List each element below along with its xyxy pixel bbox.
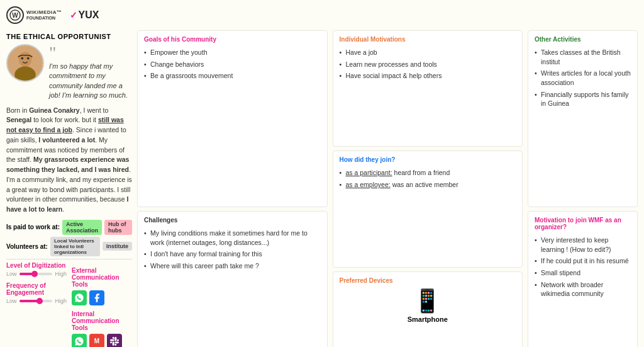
motivations-title: Individual Motivations: [340, 36, 516, 43]
main-content: THE ETHICAL OPPORTUNIST " I'm so: [6, 30, 638, 347]
freq-metric: Frequency of Engagement Low High: [6, 282, 67, 304]
goal-item-2: Change behaviors: [144, 59, 321, 71]
preferred-devices-title: Preferred Devices: [340, 277, 516, 284]
int-tools: Internal Communication Tools M: [72, 310, 132, 347]
goal-item-1: Empower the youth: [144, 47, 321, 59]
activity-item-2: Writes articles for a local youth associ…: [535, 67, 631, 88]
challenge-item-1: My living conditions make it sometimes h…: [144, 227, 321, 248]
ext-tools-title: External Communication Tools: [72, 267, 132, 288]
freq-thumb: [36, 298, 43, 304]
motivation-item-3: Have social impact & help others: [340, 70, 516, 82]
how-joined-list: as a participant: heard from a friend as…: [340, 167, 516, 190]
col-motivations: Individual Motivations Have a job Learn …: [333, 30, 523, 347]
persona-title: THE ETHICAL OPPORTUNIST: [6, 33, 132, 40]
metrics-col: Level of Digitization Low High Frequency…: [6, 262, 67, 347]
freq-title: Frequency of Engagement: [6, 282, 67, 296]
gmail-icon: M: [89, 334, 104, 347]
level-title: Level of Digitization: [6, 262, 67, 269]
facebook-icon: [89, 290, 104, 305]
wmf-item-3: Small stipend: [535, 267, 631, 279]
int-tools-title: Internal Communication Tools: [72, 310, 132, 331]
goals-list: Empower the youth Change behaviors Be a …: [144, 47, 321, 82]
wmf-item-1: Very interested to keep learning ! (How …: [535, 234, 631, 255]
wmf-item-4: Network with broader wikimedia community: [535, 279, 631, 300]
challenges-list: My living conditions make it sometimes h…: [144, 227, 321, 272]
col-goals-challenges: Goals of his Community Empower the youth…: [137, 30, 328, 347]
svg-point-5: [21, 57, 23, 60]
volunteer-row: Volunteers at: Local Volunteers linked t…: [6, 237, 132, 256]
avatar: [6, 44, 44, 82]
yux-check: ✓: [70, 10, 77, 20]
badge-active: Active Association: [62, 220, 102, 235]
yux-logo: ✓ YUX: [70, 9, 99, 21]
level-fill: [19, 273, 33, 275]
goals-card: Goals of his Community Empower the youth…: [137, 30, 328, 207]
motivations-card: Individual Motivations Have a job Learn …: [333, 30, 523, 147]
motivation-wmf-list: Very interested to keep learning ! (How …: [535, 234, 631, 300]
badge-local: Local Volunteers linked to Intl organiza…: [50, 237, 100, 256]
challenges-card: Challenges My living conditions make it …: [137, 211, 328, 347]
quote-block: " I'm so happy that my commitment to my …: [49, 44, 132, 101]
metrics-tools: Level of Digitization Low High Frequency…: [6, 262, 132, 347]
goals-title: Goals of his Community: [144, 36, 321, 43]
how-joined-card: How did they join? as a participant: hea…: [333, 151, 523, 267]
level-track: [19, 273, 53, 275]
bio-text: Born in Guinea Conakry, I went to Senega…: [6, 106, 132, 215]
quote-text: I'm so happy that my commitment to my co…: [49, 62, 132, 101]
int-tools-icons: M: [72, 334, 132, 347]
motivation-wmf-card: Motivation to join WMF as an organizer? …: [528, 211, 638, 347]
freq-track: [19, 300, 53, 302]
motivation-item-2: Learn new processes and tools: [340, 59, 516, 71]
wikimedia-circle: W: [6, 6, 24, 24]
other-activities-card: Other Activities Takes classes at the Br…: [528, 30, 638, 207]
device-section: 📱 Smartphone: [340, 288, 516, 323]
level-low: Low: [6, 271, 17, 277]
paid-section: Is paid to work at: Active Association H…: [6, 220, 132, 256]
device-label: Smartphone: [340, 316, 516, 323]
svg-point-6: [27, 57, 30, 60]
left-panel: THE ETHICAL OPPORTUNIST " I'm so: [6, 30, 132, 347]
freq-slider-row: Low High: [6, 298, 67, 304]
wikimedia-logo: W WIKIMEDIA™ FOUNDATION: [6, 6, 62, 24]
badge-hub: Hub of hubs: [104, 220, 132, 235]
ext-tools: External Communication Tools: [72, 267, 132, 305]
paid-label: Is paid to work at:: [6, 224, 60, 230]
persona-top: " I'm so happy that my commitment to my …: [6, 44, 132, 101]
join-item-2: as a employee: was an active member: [340, 179, 516, 191]
smartphone-icon: 📱: [340, 288, 516, 314]
freq-high: High: [55, 298, 67, 304]
how-joined-title: How did they join?: [340, 156, 516, 163]
whatsapp2-icon: [72, 334, 87, 347]
header: W WIKIMEDIA™ FOUNDATION ✓ YUX: [6, 6, 638, 24]
paid-row: Is paid to work at: Active Association H…: [6, 220, 132, 235]
level-thumb: [31, 271, 38, 277]
motivations-list: Have a job Learn new processes and tools…: [340, 47, 516, 82]
freq-fill: [19, 300, 38, 302]
tools-col: External Communication Tools Internal Co…: [72, 262, 132, 347]
divider: [6, 259, 132, 259]
volunteer-label: Volunteers at:: [6, 243, 48, 250]
other-activities-list: Takes classes at the British institut Wr…: [535, 47, 631, 110]
center-columns: Goals of his Community Empower the youth…: [137, 30, 523, 347]
svg-point-3: [19, 52, 32, 67]
challenges-title: Challenges: [144, 217, 321, 224]
right-col: Other Activities Takes classes at the Br…: [528, 30, 638, 347]
yux-text: YUX: [79, 9, 99, 21]
activity-item-1: Takes classes at the British institut: [535, 47, 631, 67]
activity-item-3: Financially supports his family in Guine…: [535, 89, 631, 110]
preferred-devices-card: Preferred Devices 📱 Smartphone: [333, 271, 523, 347]
motivation-item-1: Have a job: [340, 47, 516, 59]
quote-mark: ": [49, 44, 132, 62]
level-high: High: [55, 271, 67, 277]
wmf-item-2: If he could put it in his resumé: [535, 255, 631, 267]
goal-item-3: Be a grassroots mouvement: [144, 70, 321, 82]
other-activities-title: Other Activities: [535, 36, 631, 43]
ext-tools-icons: [72, 290, 132, 305]
challenge-item-2: I don't have any formal training for thi…: [144, 248, 321, 260]
level-metric: Level of Digitization Low High: [6, 262, 67, 277]
svg-text:W: W: [12, 12, 18, 19]
challenge-item-3: Where will this career path take me ?: [144, 260, 321, 272]
join-item-1: as a participant: heard from a friend: [340, 167, 516, 179]
motivation-wmf-title: Motivation to join WMF as an organizer?: [535, 217, 631, 230]
freq-low: Low: [6, 298, 17, 304]
